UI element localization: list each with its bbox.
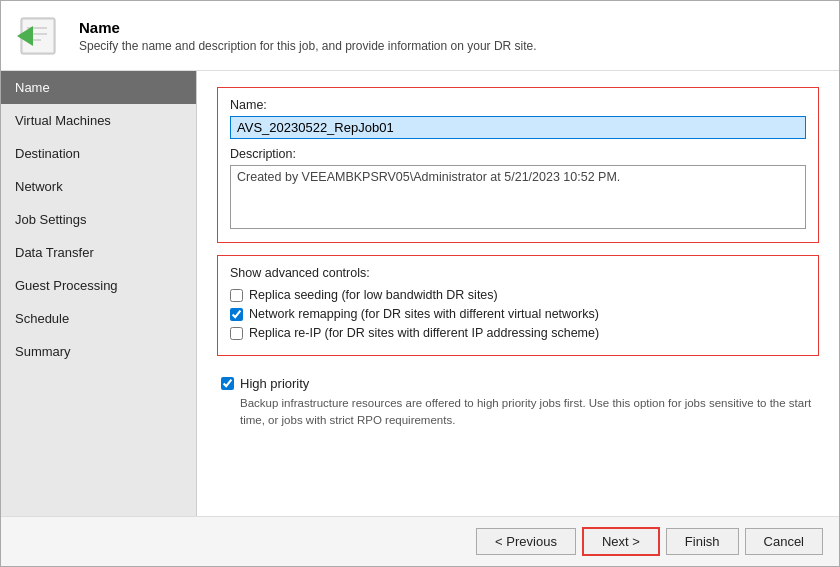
sidebar-item-data-transfer[interactable]: Data Transfer xyxy=(1,236,196,269)
main-content: Name: Description: Show advanced control… xyxy=(197,71,839,516)
sidebar-item-job-settings[interactable]: Job Settings xyxy=(1,203,196,236)
header-text: Name Specify the name and description fo… xyxy=(79,19,537,53)
header-title: Name xyxy=(79,19,537,36)
advanced-controls-label: Show advanced controls: xyxy=(230,266,806,280)
cancel-button[interactable]: Cancel xyxy=(745,528,823,555)
dialog-header: Name Specify the name and description fo… xyxy=(1,1,839,71)
checkbox-label-0: Replica seeding (for low bandwidth DR si… xyxy=(249,288,498,302)
finish-button[interactable]: Finish xyxy=(666,528,739,555)
sidebar: NameVirtual MachinesDestinationNetworkJo… xyxy=(1,71,197,516)
description-textarea[interactable] xyxy=(230,165,806,229)
checkbox-replica-seeding[interactable] xyxy=(230,289,243,302)
sidebar-item-guest-processing[interactable]: Guest Processing xyxy=(1,269,196,302)
previous-button[interactable]: < Previous xyxy=(476,528,576,555)
sidebar-item-virtual-machines[interactable]: Virtual Machines xyxy=(1,104,196,137)
sidebar-item-summary[interactable]: Summary xyxy=(1,335,196,368)
checkbox-row-2: Replica re-IP (for DR sites with differe… xyxy=(230,326,806,340)
sidebar-item-network[interactable]: Network xyxy=(1,170,196,203)
sidebar-item-destination[interactable]: Destination xyxy=(1,137,196,170)
checkbox-label-1: Network remapping (for DR sites with dif… xyxy=(249,307,599,321)
checkbox-row-0: Replica seeding (for low bandwidth DR si… xyxy=(230,288,806,302)
dialog-body: NameVirtual MachinesDestinationNetworkJo… xyxy=(1,71,839,516)
sidebar-item-name[interactable]: Name xyxy=(1,71,196,104)
header-icon xyxy=(17,12,65,60)
description-label: Description: xyxy=(230,147,806,161)
dialog-window: Name Specify the name and description fo… xyxy=(0,0,840,567)
checkbox-network-remapping[interactable] xyxy=(230,308,243,321)
high-priority-label: High priority xyxy=(240,376,309,391)
checkbox-label-2: Replica re-IP (for DR sites with differe… xyxy=(249,326,599,340)
high-priority-row: High priority xyxy=(221,376,815,391)
high-priority-checkbox[interactable] xyxy=(221,377,234,390)
high-priority-description: Backup infrastructure resources are offe… xyxy=(221,395,815,430)
name-description-group: Name: Description: xyxy=(217,87,819,243)
checkbox-replica-reip[interactable] xyxy=(230,327,243,340)
name-input[interactable] xyxy=(230,116,806,139)
high-priority-section: High priority Backup infrastructure reso… xyxy=(217,376,819,430)
footer: < Previous Next > Finish Cancel xyxy=(1,516,839,566)
advanced-controls-group: Show advanced controls: Replica seeding … xyxy=(217,255,819,356)
next-button[interactable]: Next > xyxy=(582,527,660,556)
header-subtitle: Specify the name and description for thi… xyxy=(79,39,537,53)
checkbox-row-1: Network remapping (for DR sites with dif… xyxy=(230,307,806,321)
name-label: Name: xyxy=(230,98,806,112)
sidebar-item-schedule[interactable]: Schedule xyxy=(1,302,196,335)
